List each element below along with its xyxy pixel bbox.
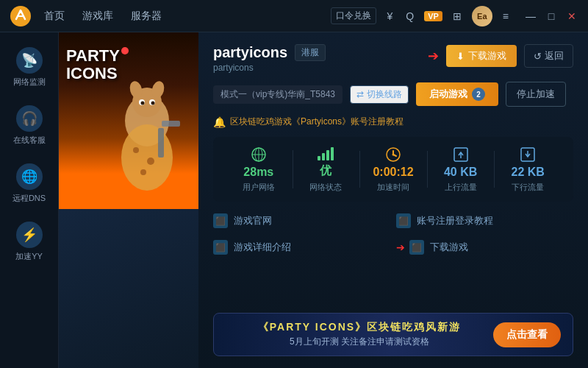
- game-cover-area: PARTY ICONS: [59, 32, 198, 368]
- game-header-actions: ➔ ⬇ 下载游戏 ↺ 返回: [428, 44, 573, 68]
- svg-point-13: [151, 102, 155, 105]
- signal-bar-2: [322, 153, 325, 160]
- svg-point-1: [19, 10, 22, 13]
- start-badge: 2: [472, 88, 485, 101]
- banner-subtitle: 5月上旬开测 关注备注申请测试资格: [226, 336, 493, 348]
- menu-icon[interactable]: ≡: [500, 9, 512, 24]
- download-game-button[interactable]: ⬇ 下载游戏: [446, 45, 517, 67]
- coupon-button[interactable]: 口令兑换: [331, 7, 376, 24]
- right-panel: partyicons 港服 partyicons ➔ ⬇ 下载游戏 ↺ 返回: [198, 32, 588, 368]
- app-logo: [9, 4, 32, 28]
- banner-cta-button[interactable]: 点击查看: [493, 322, 561, 347]
- svg-point-5: [133, 147, 139, 153]
- clock-icon: [385, 146, 401, 163]
- window-controls: — □ ✕: [523, 10, 579, 22]
- game-subtitle: partyicons: [213, 63, 326, 73]
- maximize-button[interactable]: □: [544, 10, 559, 22]
- sidebar-item-speed-yy[interactable]: ⚡ 加速YY: [4, 216, 54, 268]
- nav-library[interactable]: 游戏库: [82, 7, 113, 26]
- network-icon: [251, 146, 267, 163]
- register-tutorial-icon: ⬛: [396, 213, 411, 228]
- upload-icon: [453, 146, 469, 163]
- back-icon: ↺: [534, 51, 542, 62]
- game-detail-label: 游戏详细介绍: [234, 241, 291, 254]
- link-official-site[interactable]: ⬛ 游戏官网: [213, 210, 390, 231]
- network-monitor-label: 网络监测: [13, 77, 46, 88]
- svg-point-7: [140, 169, 146, 175]
- network-monitor-icon: 📡: [16, 47, 43, 74]
- sidebar-item-network-monitor[interactable]: 📡 网络监测: [4, 41, 54, 93]
- search-icon[interactable]: Q: [403, 9, 417, 24]
- server-region-tag: 港服: [295, 44, 326, 61]
- accel-time-label: 加速时间: [377, 182, 409, 193]
- start-game-button[interactable]: 启动游戏 2: [416, 82, 498, 106]
- notice-text: 区块链吃鸡游戏《Partyicons》账号注册教程: [230, 116, 404, 128]
- download-icon: ⬇: [456, 51, 465, 62]
- download-speed-icon: [520, 146, 536, 163]
- official-site-label: 游戏官网: [234, 214, 272, 227]
- nav-menu: 首页 游戏库 服务器: [44, 7, 162, 26]
- download-link-icon: ⬛: [409, 240, 424, 255]
- svg-point-23: [392, 153, 394, 155]
- mode-row: 模式一（vip专线)华南_T5843 ⇄ 切换线路 启动游戏 2 停止加速: [213, 82, 573, 107]
- nav-server[interactable]: 服务器: [131, 7, 162, 26]
- svg-point-4: [121, 124, 173, 191]
- game-header: partyicons 港服 partyicons ➔ ⬇ 下载游戏 ↺ 返回: [213, 44, 573, 73]
- register-tutorial-label: 账号注册登录教程: [417, 214, 493, 227]
- signal-bar-4: [331, 147, 334, 160]
- avatar[interactable]: Ea: [472, 6, 492, 26]
- main-content: 📡 网络监测 🎧 在线客服 🌐 远程DNS ⚡ 加速YY: [0, 32, 588, 368]
- arrow-indicator: ➔: [428, 48, 439, 64]
- sidebar-item-remote-dns[interactable]: 🌐 远程DNS: [4, 158, 54, 210]
- app-window: 首页 游戏库 服务器 口令兑换 ¥ Q VP ⊞ Ea ≡ — □ ✕ 📡 网络…: [0, 0, 588, 368]
- back-button[interactable]: ↺ 返回: [524, 44, 573, 68]
- svg-rect-15: [162, 121, 180, 127]
- game-detail-icon: ⬛: [213, 240, 228, 255]
- game-cover-image: PARTY ICONS: [59, 32, 198, 209]
- link-download[interactable]: ➔ ⬛ 下载游戏: [396, 237, 573, 258]
- left-sidebar: 📡 网络监测 🎧 在线客服 🌐 远程DNS ⚡ 加速YY: [0, 32, 59, 368]
- speed-yy-label: 加速YY: [15, 251, 43, 262]
- network-status-value: 优: [320, 163, 331, 179]
- svg-point-6: [147, 158, 154, 165]
- link-register-tutorial[interactable]: ⬛ 账号注册登录教程: [396, 210, 573, 231]
- character-art: [96, 62, 198, 209]
- signal-bars: [318, 146, 334, 160]
- download-label: 下载游戏: [468, 49, 506, 63]
- switch-server-button[interactable]: ⇄ 切换线路: [350, 85, 409, 104]
- stat-upload: 40 KB 上行流量: [427, 146, 495, 193]
- grid-icon[interactable]: ⊞: [450, 9, 465, 24]
- banner-title: 《PARTY ICONS》区块链吃鸡风新游: [226, 321, 493, 334]
- back-label: 返回: [545, 49, 564, 63]
- game-title: partyicons: [213, 44, 287, 61]
- remote-dns-icon: 🌐: [16, 163, 43, 190]
- links-section: ⬛ 游戏官网 ⬛ 账号注册登录教程 ⬛ 游戏详细介绍 ➔ ⬛ 下载游戏: [213, 210, 573, 258]
- sidebar-item-online-service[interactable]: 🎧 在线客服: [4, 99, 54, 152]
- download-speed-value: 22 KB: [511, 166, 544, 179]
- accel-time-value: 0:00:12: [373, 166, 413, 179]
- speed-yy-icon: ⚡: [16, 222, 43, 248]
- start-game-label: 启动游戏: [429, 88, 467, 101]
- title-bar-right: 口令兑换 ¥ Q VP ⊞ Ea ≡ — □ ✕: [331, 6, 579, 26]
- svg-rect-14: [158, 128, 164, 158]
- title-bar: 首页 游戏库 服务器 口令兑换 ¥ Q VP ⊞ Ea ≡ — □ ✕: [0, 0, 588, 32]
- nav-home[interactable]: 首页: [44, 7, 65, 26]
- signal-bar-3: [326, 150, 329, 160]
- banner-text-area: 《PARTY ICONS》区块链吃鸡风新游 5月上旬开测 关注备注申请测试资格: [226, 321, 493, 348]
- upload-label: 上行流量: [445, 182, 477, 193]
- switch-icon: ⇄: [356, 89, 364, 99]
- minimize-button[interactable]: —: [523, 10, 538, 22]
- mode-label: 模式一（vip专线)华南_T5843: [213, 85, 343, 104]
- stat-download-speed: 22 KB 下行流量: [494, 146, 562, 193]
- download-speed-label: 下行流量: [512, 182, 544, 193]
- stop-accel-button[interactable]: 停止加速: [506, 82, 566, 107]
- stat-network-status: 优 网络状态: [293, 146, 360, 193]
- link-game-detail[interactable]: ⬛ 游戏详细介绍: [213, 237, 390, 258]
- switch-server-label: 切换线路: [367, 88, 402, 101]
- game-title-area: partyicons 港服 partyicons: [213, 44, 326, 73]
- official-site-icon: ⬛: [213, 213, 228, 228]
- latency-value: 28ms: [243, 166, 273, 179]
- close-button[interactable]: ✕: [564, 10, 579, 22]
- online-service-label: 在线客服: [13, 135, 46, 146]
- online-service-icon: 🎧: [16, 105, 43, 132]
